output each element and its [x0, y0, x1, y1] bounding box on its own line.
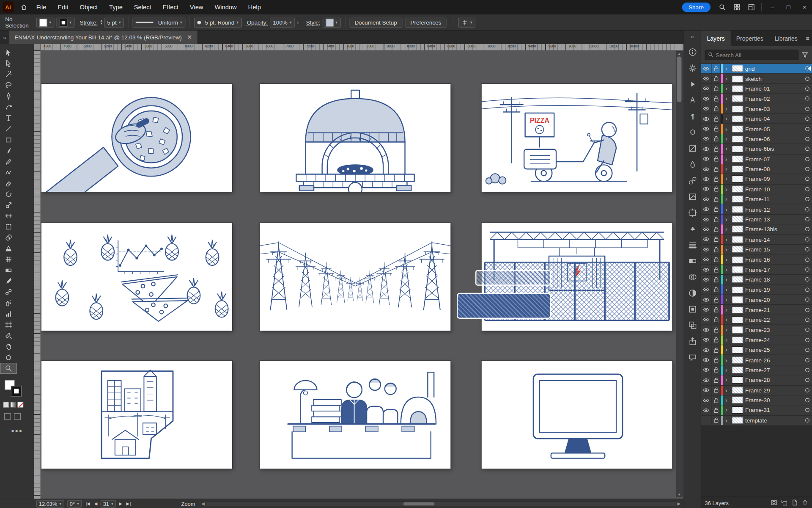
zoom-level-select[interactable]: 12.03%▾: [36, 500, 64, 507]
lock-icon[interactable]: [711, 385, 721, 395]
layer-row-Frame-14[interactable]: ›Frame-14: [701, 235, 812, 245]
visibility-eye-icon[interactable]: [701, 94, 711, 104]
expand-chevron-icon[interactable]: ›: [723, 176, 730, 182]
layer-row-Frame-28[interactable]: ›Frame-28: [701, 375, 812, 386]
fill-color-dropdown[interactable]: ▾: [36, 17, 55, 27]
visibility-eye-icon[interactable]: [701, 245, 711, 254]
symbols-panel-icon[interactable]: ♣: [686, 223, 698, 235]
close-button[interactable]: ×: [797, 0, 812, 14]
target-circle-icon[interactable]: [803, 378, 812, 382]
visibility-eye-icon[interactable]: [701, 365, 711, 375]
tab-properties[interactable]: Properties: [730, 30, 769, 46]
close-tab-icon[interactable]: ✕: [187, 34, 192, 41]
layer-row-Frame-29[interactable]: ›Frame-29: [701, 385, 812, 395]
layer-row-Frame-04[interactable]: ›Frame-04: [701, 114, 812, 124]
pattern-selection-overlay[interactable]: [475, 270, 551, 286]
appearance-panel-icon[interactable]: [686, 287, 698, 298]
scale-tool[interactable]: [0, 199, 17, 210]
expand-chevron-icon[interactable]: ›: [723, 287, 730, 293]
target-circle-icon[interactable]: [803, 137, 812, 141]
visibility-eye-icon[interactable]: [701, 395, 711, 405]
stroke-label[interactable]: Stroke:: [80, 19, 98, 25]
lock-icon[interactable]: [711, 185, 721, 194]
visibility-eye-icon[interactable]: [701, 114, 711, 124]
lock-icon[interactable]: [711, 154, 721, 164]
target-circle-icon[interactable]: [803, 77, 812, 81]
character-panel-icon[interactable]: A: [686, 94, 698, 106]
target-circle-icon[interactable]: [803, 217, 812, 221]
target-circle-icon[interactable]: [803, 86, 812, 91]
layer-row-Frame-24[interactable]: ›Frame-24: [701, 335, 812, 345]
shape-builder-tool[interactable]: [0, 232, 17, 243]
expand-panels-icon[interactable]: «: [684, 30, 701, 42]
asset-export-icon[interactable]: [686, 335, 698, 347]
visibility-eye-icon[interactable]: [701, 154, 711, 164]
lock-icon[interactable]: [711, 134, 721, 144]
lock-icon[interactable]: [711, 84, 721, 94]
artboards-panel-icon[interactable]: [686, 319, 698, 331]
expand-chevron-icon[interactable]: ›: [723, 146, 730, 152]
transform-panel-icon[interactable]: [686, 207, 698, 218]
lock-icon[interactable]: [711, 416, 721, 425]
curvature-tool[interactable]: [0, 102, 17, 113]
new-sublayer-icon[interactable]: [781, 499, 788, 506]
edit-toolbar-icon[interactable]: •••: [0, 427, 34, 436]
lock-icon[interactable]: [711, 255, 721, 265]
lock-icon[interactable]: [711, 204, 721, 214]
layer-row-Frame-07[interactable]: ›Frame-07: [701, 154, 812, 164]
visibility-eye-icon[interactable]: [701, 385, 711, 395]
document-tab[interactable]: ENMAX-Understanding Your Bill-14.ai* @ 1…: [9, 30, 198, 44]
expand-chevron-icon[interactable]: ›: [723, 246, 730, 253]
target-circle-icon[interactable]: [803, 197, 812, 202]
delete-layer-icon[interactable]: [802, 499, 809, 506]
expand-chevron-icon[interactable]: ›: [723, 387, 730, 393]
eyedropper-tool[interactable]: [0, 276, 17, 287]
layer-row-Frame-20[interactable]: ›Frame-20: [701, 295, 812, 305]
lock-icon[interactable]: [711, 225, 721, 235]
expand-chevron-icon[interactable]: ›: [723, 126, 730, 132]
lasso-tool[interactable]: [0, 80, 17, 91]
shaper-tool[interactable]: [0, 167, 17, 178]
expand-chevron-icon[interactable]: ›: [723, 236, 730, 243]
minimize-button[interactable]: –: [765, 0, 780, 14]
magic-wand-tool[interactable]: [0, 69, 17, 80]
lock-icon[interactable]: [711, 144, 721, 154]
layer-row-template[interactable]: ›template: [701, 416, 812, 426]
target-circle-icon[interactable]: [803, 227, 812, 232]
visibility-eye-icon[interactable]: [701, 355, 711, 365]
menu-file[interactable]: File: [30, 0, 52, 14]
lock-icon[interactable]: [711, 355, 721, 365]
layer-row-Frame-22[interactable]: ›Frame-22: [701, 315, 812, 325]
home-icon[interactable]: [17, 0, 30, 14]
target-circle-icon[interactable]: [803, 287, 812, 292]
visibility-eye-icon[interactable]: [701, 345, 711, 355]
graphic-styles-icon[interactable]: [686, 303, 698, 315]
expand-chevron-icon[interactable]: ›: [723, 105, 730, 112]
target-circle-icon[interactable]: [803, 97, 812, 101]
visibility-eye-icon[interactable]: [701, 315, 711, 325]
artboard-4-pineapples-chart[interactable]: [41, 223, 232, 331]
expand-chevron-icon[interactable]: ›: [723, 166, 730, 172]
new-layer-icon[interactable]: [791, 499, 798, 506]
visibility-eye-icon[interactable]: [701, 285, 711, 295]
info-panel-icon[interactable]: [686, 46, 698, 58]
target-circle-icon[interactable]: [803, 388, 812, 392]
layer-row-Frame-17[interactable]: ›Frame-17: [701, 265, 812, 275]
artboard-tool[interactable]: [0, 319, 17, 330]
expand-chevron-icon[interactable]: ›: [723, 226, 730, 232]
layer-row-Frame-15[interactable]: ›Frame-15: [701, 245, 812, 255]
stroke-weight-stepper[interactable]: ▲▼: [100, 20, 103, 25]
tab-scroll-left-icon[interactable]: «: [0, 30, 9, 44]
lock-icon[interactable]: [711, 395, 721, 405]
target-circle-icon[interactable]: [803, 328, 812, 332]
rotation-select[interactable]: 0°▾: [67, 500, 82, 507]
target-circle-icon[interactable]: [803, 167, 812, 171]
layer-row-Frame-27[interactable]: ›Frame-27: [701, 365, 812, 375]
lock-icon[interactable]: [711, 335, 721, 345]
layer-row-Frame-21[interactable]: ›Frame-21: [701, 305, 812, 315]
make-clipping-mask-icon[interactable]: [771, 499, 777, 506]
menu-type[interactable]: Type: [104, 0, 129, 14]
layer-row-Frame-11[interactable]: ›Frame-11: [701, 194, 812, 204]
tab-libraries[interactable]: Libraries: [769, 30, 803, 46]
lock-icon[interactable]: [711, 94, 721, 104]
